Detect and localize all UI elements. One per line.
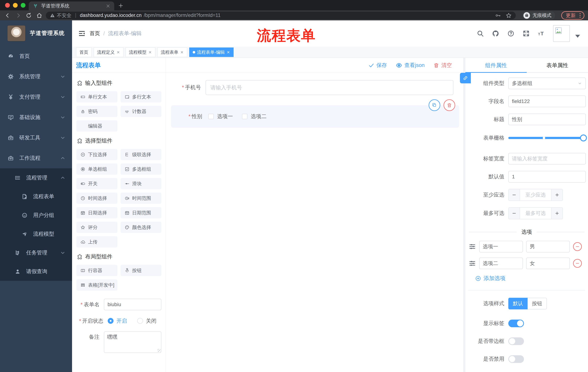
palette-item-time-picker[interactable]: 时间选择 xyxy=(76,192,117,204)
option-label-input[interactable] xyxy=(479,241,523,252)
github-icon[interactable] xyxy=(492,30,499,37)
palette-item-row-container[interactable]: 行容器 xyxy=(76,265,117,276)
sidebar-item-payment[interactable]: 支付管理 xyxy=(0,87,72,107)
maximize-window-button[interactable] xyxy=(21,3,25,8)
add-option-button[interactable]: 添加选项 xyxy=(475,275,586,282)
tag-process-definition[interactable]: 流程定义 xyxy=(94,47,124,57)
default-value-input[interactable] xyxy=(508,171,586,182)
palette-item-select[interactable]: 下拉选择 xyxy=(76,149,117,160)
sidebar-item-leave-query[interactable]: 请假查询 xyxy=(0,262,72,281)
tag-close-icon[interactable] xyxy=(116,50,120,54)
sidebar-item-user-group[interactable]: 用户分组 xyxy=(0,206,72,224)
drag-handle-icon[interactable] xyxy=(469,260,476,267)
remove-option-button[interactable] xyxy=(573,259,582,268)
tag-home[interactable]: 首页 xyxy=(76,47,92,57)
phone-field[interactable]: 手机号 xyxy=(182,80,453,95)
link-tab[interactable] xyxy=(460,73,471,83)
sidebar-item-process-form[interactable]: 流程表单 xyxy=(0,187,72,206)
component-type-select[interactable]: 多选框组 xyxy=(508,77,586,89)
title-input[interactable] xyxy=(508,114,586,125)
sidebar-item-home[interactable]: 首页 xyxy=(0,46,72,66)
palette-item-date-range[interactable]: 日期范围 xyxy=(121,207,162,218)
option-label-input[interactable] xyxy=(479,257,523,269)
palette-item-color-picker[interactable]: 颜色选择 xyxy=(121,222,162,233)
tag-close-icon[interactable] xyxy=(227,50,230,54)
window-controls[interactable] xyxy=(0,0,29,10)
avatar[interactable] xyxy=(553,25,570,42)
help-icon[interactable] xyxy=(507,30,514,37)
delete-component-button[interactable] xyxy=(443,99,455,111)
palette-item-cascader[interactable]: 级联选择 xyxy=(121,149,162,160)
palette-item-counter[interactable]: 123计数器 xyxy=(121,106,162,117)
avatar-caret-icon[interactable] xyxy=(575,35,580,38)
browser-menu-icon[interactable] xyxy=(579,12,581,18)
slider-track[interactable] xyxy=(508,137,586,139)
palette-item-table[interactable]: 表格[开发中] xyxy=(76,279,117,291)
form-name-input[interactable] xyxy=(104,299,161,310)
status-on-radio[interactable] xyxy=(108,318,114,324)
sidebar-item-system[interactable]: 系统管理 xyxy=(0,66,72,87)
gender-field-selected[interactable]: 性别 选项一 选项二 xyxy=(171,105,459,128)
palette-item-rate[interactable]: 评分 xyxy=(76,222,117,233)
phone-input[interactable] xyxy=(206,80,453,95)
stepper-plus-button[interactable] xyxy=(551,189,563,201)
form-grid-slider[interactable] xyxy=(508,132,586,144)
palette-item-slider[interactable]: 滑块 xyxy=(121,178,162,189)
field-name-input[interactable] xyxy=(508,96,586,107)
font-size-icon[interactable]: TT xyxy=(538,30,545,37)
duplicate-component-button[interactable] xyxy=(429,99,440,111)
tab-form-props[interactable]: 表单属性 xyxy=(527,58,588,73)
browser-tab[interactable]: 芋道管理系统 xyxy=(29,1,114,10)
gender-option1-label[interactable]: 选项一 xyxy=(217,113,233,120)
minimize-window-button[interactable] xyxy=(13,3,18,8)
label-width-input[interactable] xyxy=(508,153,586,165)
stepper-plus-button[interactable] xyxy=(551,208,563,219)
border-switch[interactable] xyxy=(508,337,524,345)
view-json-button[interactable]: 查看json xyxy=(396,62,425,69)
min-select-stepper[interactable] xyxy=(508,189,563,201)
palette-item-radio-group[interactable]: 单选框组 xyxy=(76,163,117,175)
gender-option1-checkbox[interactable] xyxy=(208,114,214,119)
sidebar-item-process-model[interactable]: 流程模型 xyxy=(0,224,72,243)
sidebar-item-devtools[interactable]: 研发工具 xyxy=(0,128,72,148)
stepper-minus-button[interactable] xyxy=(509,189,520,201)
close-window-button[interactable] xyxy=(5,3,10,8)
style-button-button[interactable]: 按钮 xyxy=(528,298,547,309)
tag-process-form[interactable]: 流程表单 xyxy=(157,47,187,57)
sidebar-item-process-mgmt[interactable]: 流程管理 xyxy=(0,168,72,187)
palette-item-multi-text[interactable]: 多行文本 xyxy=(121,91,162,102)
new-tab-button[interactable] xyxy=(117,2,125,9)
stepper-minus-button[interactable] xyxy=(509,208,520,219)
drag-handle-icon[interactable] xyxy=(469,243,476,250)
tab-close-icon[interactable] xyxy=(106,4,110,8)
breadcrumb-home[interactable]: 首页 xyxy=(90,30,100,37)
max-select-stepper[interactable] xyxy=(508,207,563,219)
palette-item-switch[interactable]: 开关 xyxy=(76,178,117,189)
show-label-switch[interactable] xyxy=(508,319,524,327)
tag-close-icon[interactable] xyxy=(180,50,184,54)
option-value-input[interactable] xyxy=(526,241,570,252)
browser-update-button[interactable]: 更新 xyxy=(561,11,584,20)
palette-item-single-text[interactable]: 单行文本 xyxy=(76,91,117,102)
address-bar[interactable]: 不安全 dashboard.yudao.iocoder.cn/bpm/manag… xyxy=(46,12,516,19)
min-select-input[interactable] xyxy=(520,189,551,201)
password-key-icon[interactable] xyxy=(495,12,501,18)
sidebar-item-task-mgmt[interactable]: 任务管理 xyxy=(0,243,72,262)
search-icon[interactable] xyxy=(477,30,484,37)
security-warning[interactable]: 不安全 xyxy=(50,12,72,19)
style-default-button[interactable]: 默认 xyxy=(508,298,528,309)
max-select-input[interactable] xyxy=(520,208,551,219)
status-off-radio[interactable] xyxy=(137,318,143,324)
status-on-label[interactable]: 开启 xyxy=(116,317,127,325)
status-off-label[interactable]: 关闭 xyxy=(146,317,157,325)
sidebar-item-workflow[interactable]: 工作流程 xyxy=(0,148,72,168)
tag-close-icon[interactable] xyxy=(148,50,152,54)
palette-item-time-range[interactable]: 时间范围 xyxy=(121,192,162,204)
home-button[interactable] xyxy=(35,11,43,20)
palette-item-upload[interactable]: 上传 xyxy=(76,236,117,247)
clear-button[interactable]: 清空 xyxy=(433,62,452,69)
palette-item-checkbox-group[interactable]: 多选框组 xyxy=(121,163,162,175)
save-button[interactable]: 保存 xyxy=(368,62,387,69)
palette-item-editor[interactable]: 编辑器 xyxy=(76,120,117,132)
tag-process-model[interactable]: 流程模型 xyxy=(126,47,155,57)
